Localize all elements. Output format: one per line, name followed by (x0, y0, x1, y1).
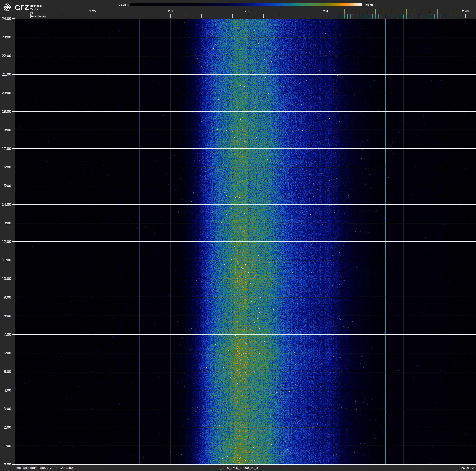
ble-channel-tick (403, 14, 404, 18)
time-axis-label: 10:00 (0, 276, 11, 281)
time-axis-label: 16:00 (0, 165, 11, 169)
time-axis-tick (12, 18, 15, 19)
wifi-channel-tick (360, 9, 360, 14)
time-axis-label: 3:00 (0, 407, 11, 411)
time-axis-label: 7:00 (0, 332, 11, 337)
ble-channel-tick (409, 14, 410, 18)
time-axis-tick (12, 334, 15, 335)
time-axis-tick (12, 279, 15, 279)
colorbar-gradient (130, 3, 362, 6)
ble-channel-tick (443, 14, 444, 18)
time-axis-tick (12, 130, 15, 130)
ble-channel-tick (434, 14, 435, 18)
ble-channel-tick (428, 14, 428, 18)
ble-channel-tick (378, 14, 379, 18)
ble-channel-tick (391, 14, 391, 18)
logo-subtitle: Helmholtz Centre for Geosciences (30, 4, 46, 18)
freq-minor-tick (310, 14, 310, 18)
header-bar: GFZ Helmholtz Centre for Geosciences -75… (0, 0, 476, 18)
wifi-channel-tick (438, 9, 438, 14)
ble-channel-tick (382, 14, 382, 18)
colorbar-min-label: -75 dBm (106, 3, 129, 6)
ble-channel-tick (385, 14, 385, 18)
ble-channel-tick (335, 14, 335, 18)
ble-channel-tick (363, 14, 363, 18)
ble-channel-tick (369, 14, 369, 18)
wifi-channel-tick (414, 9, 414, 14)
freq-minor-tick (217, 14, 217, 18)
ble-channel-tick (441, 14, 441, 18)
ble-channel-tick (394, 14, 394, 18)
time-axis-tick (12, 223, 15, 223)
time-axis-label: 19:00 (0, 109, 11, 114)
freq-minor-tick (108, 14, 108, 18)
wifi-channel-tick (399, 9, 399, 14)
freq-minor-tick (279, 14, 279, 18)
wifi-channel-tick (375, 9, 375, 14)
time-axis-tick (12, 186, 15, 186)
time-axis-label: 22:00 (0, 54, 11, 58)
logo-org-text: GFZ (15, 3, 29, 12)
dataset-id-text: 1_2200_2500_10000_40_0 (218, 465, 258, 471)
freq-minor-tick (232, 14, 233, 18)
ble-channel-tick (344, 14, 345, 18)
time-axis-label: 6:00 (0, 351, 11, 355)
ble-channel-tick (329, 14, 329, 18)
ble-channel-tick (447, 14, 447, 18)
ble-channel-tick (406, 14, 407, 18)
ble-channel-tick (400, 14, 400, 18)
time-axis-label: 21:00 (0, 72, 11, 76)
ble-channel-tick (438, 14, 438, 18)
time-axis-label: 4:00 (0, 388, 11, 392)
ble-channel-tick (450, 14, 450, 18)
ble-channel-tick (357, 14, 357, 18)
freq-minor-tick (170, 14, 170, 18)
ble-channel-tick (431, 14, 431, 18)
time-axis-label: 14:00 (0, 202, 11, 207)
time-axis-tick (12, 111, 15, 112)
freq-minor-tick (155, 14, 155, 18)
ble-channel-tick (425, 14, 425, 18)
spectrogram-heatmap (15, 18, 476, 465)
freq-minor-tick (325, 14, 326, 18)
wifi-channel-tick (383, 9, 383, 14)
ble-channel-tick (413, 14, 413, 18)
freq-minor-tick (124, 14, 124, 18)
time-axis-tick (12, 316, 15, 316)
wifi-channel-tick (344, 9, 345, 14)
wifi-channel-tick (406, 9, 407, 14)
doi-text: https://doi.org/10.5880/GFZ.1.2.2024.003 (15, 465, 74, 471)
ble-channel-tick (366, 14, 366, 18)
freq-axis-label: 2.35 (241, 9, 255, 13)
time-axis-tick (12, 148, 15, 149)
ble-channel-tick (350, 14, 351, 18)
time-axis-tick (12, 37, 15, 37)
time-axis-label: 5:00 (0, 370, 11, 374)
time-axis-tick (12, 167, 15, 167)
time-axis-tick (12, 260, 15, 260)
time-axis-label: 12:00 (0, 239, 11, 244)
colorbar-max-label: -55 dBm (365, 3, 390, 6)
gfz-globe-icon (3, 3, 11, 11)
spectrogram-viewer: GFZ Helmholtz Centre for Geosciences -75… (0, 0, 476, 471)
time-axis-label: 18:00 (0, 128, 11, 132)
logo-subtitle-line2: for Geosciences (30, 11, 46, 18)
freq-minor-tick (263, 14, 264, 18)
time-axis-label: 8:00 (0, 314, 11, 318)
time-axis-label: 13:00 (0, 221, 11, 225)
time-axis-tick (12, 353, 15, 353)
ble-channel-tick (375, 14, 375, 18)
freq-minor-tick (186, 14, 186, 18)
ble-channel-tick (388, 14, 388, 18)
time-axis-label: 17:00 (0, 146, 11, 151)
ble-channel-tick (360, 14, 360, 18)
time-axis-tick (12, 427, 15, 428)
time-axis-label: 20:00 (0, 91, 11, 95)
time-axis-label: 1:00 (0, 444, 11, 448)
date-text: 2026-01-03 (458, 465, 474, 471)
time-axis-label: 23:00 (0, 35, 11, 39)
freq-axis-label: 2.25 (86, 9, 100, 13)
ble-channel-tick (416, 14, 416, 18)
time-axis-tick (12, 93, 15, 93)
time-axis-label: 11:00 (0, 258, 11, 262)
